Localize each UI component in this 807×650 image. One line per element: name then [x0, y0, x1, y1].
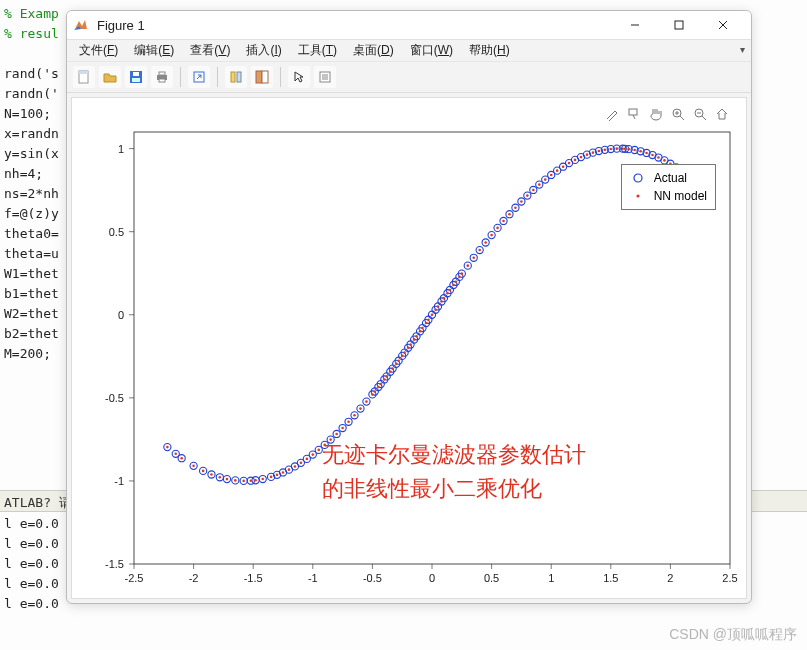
svg-point-191 — [353, 414, 356, 417]
svg-point-183 — [306, 458, 309, 461]
svg-point-175 — [254, 479, 257, 482]
svg-point-264 — [634, 174, 642, 182]
svg-rect-14 — [237, 72, 241, 82]
insert-button[interactable] — [314, 66, 336, 88]
menu-f[interactable]: 文件(F) — [71, 40, 126, 60]
svg-point-177 — [270, 476, 273, 479]
svg-point-208 — [455, 280, 458, 283]
svg-text:1: 1 — [548, 572, 554, 584]
svg-point-171 — [226, 478, 229, 481]
menu-h[interactable]: 帮助(H) — [461, 40, 518, 60]
svg-point-188 — [335, 433, 338, 436]
svg-point-209 — [461, 272, 464, 275]
menubar: 文件(F)编辑(E)查看(V)插入(I)工具(T)桌面(D)窗口(W)帮助(H)… — [67, 40, 751, 61]
svg-text:0: 0 — [429, 572, 435, 584]
print-button[interactable] — [151, 66, 173, 88]
link-button[interactable] — [188, 66, 210, 88]
svg-point-195 — [377, 386, 380, 389]
svg-point-212 — [478, 249, 481, 252]
svg-point-174 — [250, 479, 253, 482]
svg-point-237 — [624, 148, 627, 151]
svg-point-222 — [538, 183, 541, 186]
datatip-icon[interactable] — [626, 106, 642, 122]
svg-text:1.5: 1.5 — [603, 572, 618, 584]
pan-icon[interactable] — [648, 106, 664, 122]
svg-point-239 — [633, 149, 636, 152]
pointer-button[interactable] — [288, 66, 310, 88]
svg-point-263 — [458, 276, 461, 279]
svg-point-224 — [550, 174, 553, 177]
svg-point-232 — [598, 150, 601, 153]
menu-d[interactable]: 桌面(D) — [345, 40, 402, 60]
svg-point-258 — [427, 318, 430, 321]
svg-text:-2: -2 — [189, 572, 199, 584]
svg-point-257 — [421, 327, 424, 330]
svg-point-229 — [580, 156, 583, 159]
svg-point-176 — [261, 478, 264, 481]
svg-point-169 — [210, 473, 213, 476]
titlebar[interactable]: Figure 1 — [67, 11, 751, 40]
svg-point-240 — [639, 150, 642, 153]
open-file-button[interactable] — [99, 66, 121, 88]
svg-point-256 — [415, 335, 418, 338]
svg-point-238 — [627, 148, 630, 151]
svg-point-201 — [413, 338, 416, 341]
svg-point-178 — [276, 474, 279, 477]
svg-point-225 — [556, 169, 559, 172]
svg-rect-8 — [132, 78, 140, 82]
close-button[interactable] — [701, 11, 745, 39]
svg-point-219 — [520, 200, 523, 203]
annotation-text: 无迹卡尔曼滤波器参数估计 的非线性最小二乘优化 — [322, 438, 586, 506]
svg-text:0.5: 0.5 — [484, 572, 499, 584]
svg-text:-1: -1 — [308, 572, 318, 584]
svg-point-190 — [347, 421, 350, 424]
console-line: l e=0.0 — [4, 594, 59, 614]
svg-point-203 — [425, 322, 428, 325]
svg-point-253 — [397, 359, 400, 362]
menu-overflow-icon[interactable]: ▾ — [740, 44, 745, 55]
svg-point-260 — [440, 300, 443, 303]
menu-e[interactable]: 编辑(E) — [126, 40, 182, 60]
brush-icon[interactable] — [604, 106, 620, 122]
svg-point-221 — [532, 189, 535, 192]
svg-point-210 — [466, 264, 469, 267]
legend[interactable]: Actual NN model — [621, 164, 716, 210]
maximize-button[interactable] — [657, 11, 701, 39]
svg-point-216 — [502, 220, 505, 223]
svg-point-198 — [395, 363, 398, 366]
rotate-button[interactable] — [225, 66, 247, 88]
menu-v[interactable]: 查看(V) — [182, 40, 238, 60]
svg-point-218 — [514, 206, 517, 209]
svg-point-262 — [452, 284, 455, 287]
svg-point-252 — [391, 367, 394, 370]
svg-text:2: 2 — [667, 572, 673, 584]
matlab-icon — [73, 17, 89, 33]
home-icon[interactable] — [714, 106, 730, 122]
svg-point-214 — [490, 234, 493, 237]
svg-point-228 — [574, 159, 577, 162]
zoom-out-icon[interactable] — [692, 106, 708, 122]
minimize-button[interactable] — [613, 11, 657, 39]
save-button[interactable] — [125, 66, 147, 88]
svg-text:2.5: 2.5 — [722, 572, 737, 584]
menu-t[interactable]: 工具(T) — [290, 40, 345, 60]
new-file-button[interactable] — [73, 66, 95, 88]
svg-point-192 — [359, 407, 362, 410]
plot-area: -2.5-2-1.5-1-0.500.511.522.5-1.5-1-0.500… — [71, 97, 747, 599]
svg-point-234 — [610, 148, 613, 151]
watermark: CSDN @顶呱呱程序 — [669, 626, 797, 644]
svg-point-250 — [379, 383, 382, 386]
legend-label: NN model — [654, 189, 707, 203]
svg-point-164 — [166, 446, 169, 449]
series-actual — [164, 145, 689, 484]
svg-point-180 — [288, 468, 291, 471]
svg-point-223 — [544, 178, 547, 181]
zoom-in-icon[interactable] — [670, 106, 686, 122]
svg-point-215 — [496, 227, 499, 230]
svg-point-217 — [508, 213, 511, 216]
svg-rect-7 — [133, 72, 139, 76]
menu-w[interactable]: 窗口(W) — [402, 40, 461, 60]
datacursor-button[interactable] — [251, 66, 273, 88]
svg-point-173 — [242, 480, 245, 483]
menu-i[interactable]: 插入(I) — [238, 40, 289, 60]
